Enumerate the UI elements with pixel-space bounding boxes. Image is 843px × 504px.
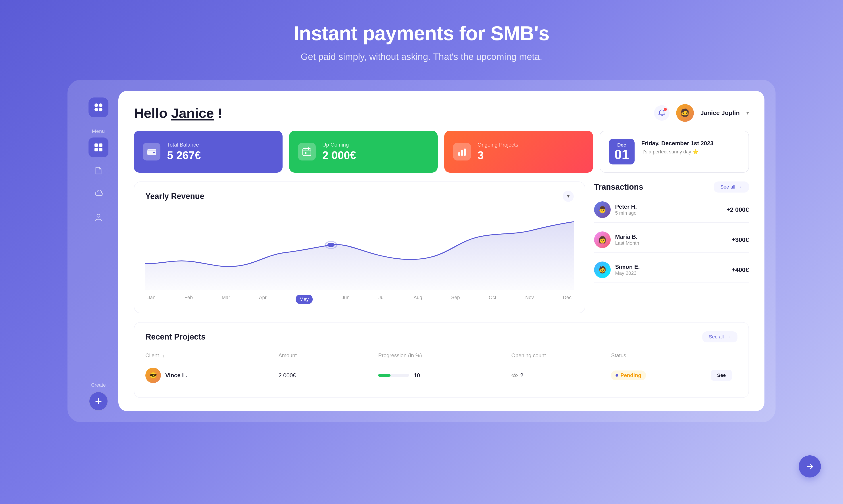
upcoming-value: 2 000€	[322, 149, 356, 162]
total-balance-label: Total Balance	[167, 142, 201, 148]
month-oct: Oct	[489, 295, 496, 304]
yearly-revenue-chart: Yearly Revenue ▾	[134, 181, 585, 313]
header-right: 🧔 Janice Joplin ▾	[654, 104, 749, 122]
svg-point-3	[99, 108, 102, 111]
avatar: 🧔	[676, 104, 694, 122]
upcoming-label: Up Coming	[322, 142, 356, 148]
opening-cell-vince: 2	[511, 372, 611, 379]
txn-amount-maria: +300€	[732, 236, 749, 244]
svg-rect-16	[305, 152, 307, 154]
sidebar-item-grid[interactable]	[88, 138, 108, 157]
date-number-box: Dec 01	[609, 139, 635, 164]
hero-title: Instant payments for SMB's	[294, 22, 549, 45]
total-balance-card: Total Balance 5 267€	[134, 131, 282, 173]
table-header: Client ↓ Amount Progression (in %) Openi…	[145, 349, 738, 362]
ongoing-projects-value: 3	[478, 149, 518, 162]
month-dec: Dec	[563, 295, 571, 304]
status-cell-vince: Pending	[611, 371, 711, 380]
txn-avatar-maria: 👩	[594, 231, 611, 248]
greeting-text: Hello Janice !	[134, 105, 222, 121]
date-card: Dec 01 Friday, December 1st 2023 It's a …	[600, 131, 749, 173]
upcoming-card: Up Coming 2 000€	[289, 131, 438, 173]
txn-amount-simon: +400€	[732, 266, 749, 273]
transaction-item-simon: 🧔 Simon E. May 2023 +400€	[594, 257, 749, 283]
transactions-header: Transactions See all →	[594, 181, 749, 193]
recent-projects-section: Recent Projects See all → Client ↓ Amoun…	[134, 322, 749, 398]
chart-months: Jan Feb Mar Apr May Jun Jul Aug Sep Oct …	[145, 295, 574, 304]
see-button-vince[interactable]: See	[711, 370, 732, 381]
txn-name-simon: Simon E.	[615, 264, 727, 270]
txn-avatar-simon: 🧔	[594, 262, 611, 278]
transactions-see-all[interactable]: See all →	[714, 181, 749, 193]
arrow-right-button[interactable]	[799, 455, 821, 478]
projects-see-all[interactable]: See all →	[702, 331, 738, 342]
notification-dot	[663, 107, 667, 111]
date-day: 01	[615, 148, 629, 161]
txn-amount-peter: +2 000€	[726, 206, 749, 213]
main-content: Hello Janice ! 🧔 Janice Joplin ▾	[118, 91, 764, 411]
projects-header: Recent Projects See all →	[145, 331, 738, 342]
client-name-vince: Vince L.	[165, 372, 187, 379]
col-header-amount: Amount	[278, 352, 378, 359]
transaction-item-maria: 👩 Maria B. Last Month +300€	[594, 227, 749, 253]
progress-bar-fill	[378, 374, 391, 377]
transactions-title: Transactions	[594, 182, 643, 192]
status-badge-vince: Pending	[611, 371, 646, 380]
sidebar-item-user[interactable]	[88, 207, 108, 227]
table-row: 😎 Vince L. 2 000€ 10 2 Pe	[145, 362, 738, 389]
action-cell-vince: See	[711, 370, 738, 381]
svg-rect-7	[99, 148, 102, 151]
ongoing-projects-label: Ongoing Projects	[478, 142, 518, 148]
svg-point-8	[97, 214, 100, 217]
user-menu-chevron[interactable]: ▾	[746, 110, 749, 116]
col-header-client: Client ↓	[145, 352, 278, 359]
col-header-status: Status	[611, 352, 711, 359]
month-sep: Sep	[451, 295, 460, 304]
chart-icon	[453, 143, 471, 161]
ongoing-projects-card: Ongoing Projects 3	[444, 131, 593, 173]
status-dot	[616, 374, 618, 377]
dashboard-wrapper: Menu Create Hell	[68, 80, 775, 422]
chart-header: Yearly Revenue ▾	[145, 191, 574, 202]
txn-name-peter: Peter H.	[615, 203, 722, 210]
sort-icon-client[interactable]: ↓	[162, 353, 165, 358]
month-may[interactable]: May	[296, 295, 313, 304]
sidebar-item-document[interactable]	[88, 161, 108, 181]
date-sub: It's a perfect sunny day ⭐	[641, 149, 713, 155]
month-jan: Jan	[148, 295, 155, 304]
month-mar: Mar	[222, 295, 230, 304]
sidebar-logo	[88, 97, 108, 118]
progression-cell-vince: 10	[378, 372, 511, 379]
hero-subtitle: Get paid simply, without asking. That's …	[301, 52, 542, 62]
txn-info-peter: Peter H. 5 min ago	[615, 203, 722, 216]
calendar-icon	[298, 143, 316, 161]
month-nov: Nov	[525, 295, 534, 304]
svg-rect-13	[303, 148, 311, 156]
notification-button[interactable]	[654, 105, 670, 121]
month-jul: Jul	[378, 295, 384, 304]
txn-info-maria: Maria B. Last Month	[615, 233, 727, 246]
chart-dropdown[interactable]: ▾	[563, 191, 574, 202]
txn-avatar-peter: 👨	[594, 201, 611, 218]
svg-rect-18	[461, 150, 463, 156]
col-header-opening: Opening count	[511, 352, 611, 359]
upcoming-info: Up Coming 2 000€	[322, 142, 356, 162]
date-full: Friday, December 1st 2023	[641, 140, 713, 147]
txn-info-simon: Simon E. May 2023	[615, 264, 727, 276]
svg-rect-4	[94, 143, 98, 147]
user-display-name: Janice Joplin	[701, 109, 740, 116]
sidebar: Menu Create	[79, 91, 118, 411]
progress-bar-bg	[378, 374, 409, 377]
chart-area	[145, 211, 574, 290]
user-name-greeting: Janice	[171, 105, 214, 121]
ongoing-projects-info: Ongoing Projects 3	[478, 142, 518, 162]
col-header-progression: Progression (in %)	[378, 352, 511, 359]
svg-point-0	[94, 104, 98, 107]
total-balance-info: Total Balance 5 267€	[167, 142, 201, 162]
header: Hello Janice ! 🧔 Janice Joplin ▾	[134, 104, 749, 122]
create-button[interactable]	[88, 391, 108, 411]
sidebar-item-cloud[interactable]	[88, 184, 108, 204]
svg-point-1	[99, 104, 102, 107]
menu-label: Menu	[92, 128, 105, 134]
projects-title: Recent Projects	[145, 332, 206, 342]
